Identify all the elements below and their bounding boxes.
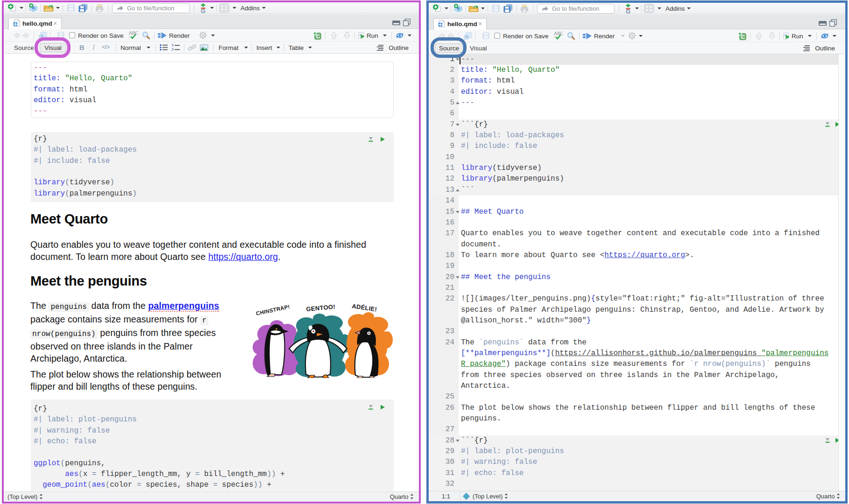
svg-text:GENTOO!: GENTOO! bbox=[306, 303, 336, 313]
svg-text:G: G bbox=[201, 7, 205, 14]
svg-text:CHINSTRAP!: CHINSTRAP! bbox=[255, 304, 290, 316]
svg-text:ABC: ABC bbox=[554, 31, 563, 36]
svg-text:ADÉLIE!: ADÉLIE! bbox=[352, 302, 378, 313]
svg-text:G: G bbox=[626, 8, 630, 14]
svg-text:ABC: ABC bbox=[129, 31, 138, 35]
svg-text:1: 1 bbox=[172, 44, 174, 47]
svg-text:2: 2 bbox=[172, 48, 174, 51]
